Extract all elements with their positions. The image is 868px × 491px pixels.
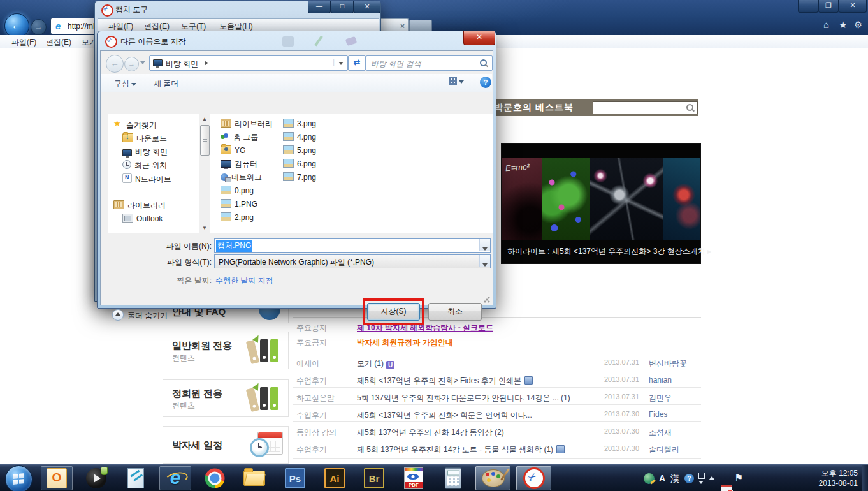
taskbar-gom-player[interactable] — [80, 466, 112, 490]
taskbar-outlook[interactable]: O — [41, 466, 73, 490]
taskbar-explorer[interactable] — [238, 466, 270, 490]
board-author[interactable]: 조성재 — [649, 427, 672, 438]
tree-item-recent[interactable]: 최근 위치 — [122, 160, 167, 171]
file-item[interactable]: 홈 그룹 — [221, 132, 258, 143]
tab-close-icon[interactable]: × — [400, 22, 405, 31]
scrollbar-thumb[interactable] — [200, 125, 210, 156]
board-author[interactable]: Fides — [649, 410, 667, 419]
webpage-search-box[interactable] — [593, 101, 698, 114]
board-author[interactable]: hanian — [649, 376, 672, 385]
snip-maximize-button[interactable]: □ — [331, 1, 354, 13]
ie-menu-file[interactable]: 파일(F) — [11, 37, 36, 48]
settings-gear-icon[interactable]: ⚙ — [854, 19, 862, 31]
new-folder-button[interactable]: 새 폴더 — [154, 78, 178, 89]
webpage-banner[interactable]: E=mc² 하이라이트 : 제5회 <137억년 우주의진화> 3강 현장스케치… — [501, 143, 701, 264]
show-desktop-button[interactable] — [862, 465, 868, 491]
help-button[interactable]: ? — [480, 77, 491, 88]
file-item[interactable]: 라이브러리 — [221, 119, 273, 129]
taskbar-photoshop[interactable]: Ps — [279, 466, 311, 490]
scroll-down-icon[interactable]: ▼ — [199, 223, 210, 233]
start-button[interactable] — [5, 465, 33, 491]
flag-icon[interactable]: ⚑ — [734, 472, 743, 484]
refresh-button[interactable]: ⇄ — [348, 55, 366, 71]
snip-close-button[interactable]: ✕ — [354, 1, 380, 13]
breadcrumb-location[interactable]: 바탕 화면 — [166, 59, 198, 70]
save-button[interactable]: 저장(S) — [367, 303, 420, 321]
board-title-link[interactable]: 제 5회 137억년 우주진화 14강 노트 - 동물 식물 생화학 (1) — [357, 444, 565, 455]
search-icon[interactable] — [480, 59, 487, 66]
file-item[interactable]: 네트워크 — [221, 172, 262, 183]
tray-clock[interactable]: 오후 12:05 2013-08-01 — [797, 468, 858, 488]
ie-restore-button[interactable]: ❐ — [818, 0, 839, 13]
ie-menu-edit[interactable]: 편집(E) — [46, 37, 71, 48]
file-item[interactable]: 6.png — [283, 159, 316, 168]
taskbar-paint[interactable] — [475, 466, 510, 490]
nav-history-chevron-icon[interactable] — [140, 61, 145, 64]
search-icon[interactable] — [686, 104, 693, 111]
board-author[interactable]: 솔다렐라 — [649, 444, 679, 455]
file-item[interactable]: 4.png — [283, 132, 316, 142]
combo-dropdown-icon[interactable] — [479, 255, 490, 267]
board-author[interactable]: 변산바람꽃 — [649, 358, 687, 369]
file-item[interactable]: 2.png — [221, 212, 254, 222]
file-item[interactable]: YG — [221, 145, 245, 155]
dialog-search-box[interactable]: 바탕 화면 검색 — [366, 55, 493, 71]
filetype-combo[interactable]: PNG(Portable Network Graphic) 파일 (*.PNG) — [214, 254, 491, 268]
tree-item-outlook[interactable]: Outlook — [122, 214, 163, 223]
taskbar-bridge[interactable]: Br — [358, 466, 390, 490]
tree-item-favorites[interactable]: 즐겨찾기 — [113, 120, 157, 131]
ie-close-button[interactable]: ✕ — [839, 0, 867, 13]
board-row[interactable]: 수업후기 제 5회 137억년 우주진화 14강 노트 - 동물 식물 생화학 … — [293, 444, 704, 458]
taskbar-chrome[interactable] — [199, 466, 231, 490]
show-hidden-icons[interactable] — [709, 476, 715, 480]
nav-forward-button[interactable]: → — [124, 57, 139, 71]
ime-toolbar-icon[interactable] — [698, 473, 705, 479]
nav-back-button[interactable]: ← — [106, 55, 124, 73]
file-item[interactable]: 7.png — [283, 172, 316, 182]
dialog-close-button[interactable]: ✕ — [463, 31, 495, 45]
snip-minimize-button[interactable]: — — [308, 1, 331, 13]
ime-hanja[interactable]: 漢 — [670, 473, 679, 485]
favorites-star-icon[interactable]: ★ — [839, 19, 847, 31]
date-taken-link[interactable]: 수행한 날짜 지정 — [215, 275, 273, 286]
ie-forward-button[interactable]: → — [31, 19, 47, 35]
ime-options-chevron-icon[interactable] — [698, 481, 704, 484]
file-item[interactable]: 5.png — [283, 145, 316, 155]
board-row[interactable]: 주요공지 박자세 회원규정과 가입안내 — [293, 337, 704, 351]
board-title-link[interactable]: 제5회 <137억년 우주의 진화> 학문은 언어학 이다... — [357, 410, 532, 421]
board-author[interactable]: 김민우 — [649, 393, 672, 404]
board-row[interactable]: 주요공지 제 10차 박자세 해외학습탐사 - 실크로드 — [293, 323, 704, 337]
taskbar-illustrator[interactable]: Ai — [319, 466, 351, 490]
filename-value[interactable]: 캡처.PNG — [216, 240, 252, 252]
sidebar-box-schedule[interactable]: 박자세 일정 — [163, 426, 289, 464]
tree-item-ndrive[interactable]: N드라이브 — [122, 173, 171, 185]
organize-button[interactable]: 구성 — [114, 78, 136, 89]
ime-mode-a[interactable]: A — [659, 473, 665, 483]
file-item[interactable]: 3.png — [283, 119, 316, 128]
breadcrumb-arrow-icon[interactable] — [205, 61, 208, 66]
ie-minimize-button[interactable]: — — [798, 0, 818, 13]
taskbar-internet-explorer[interactable]: e — [159, 466, 191, 490]
sidebar-box-regular-member[interactable]: 정회원 전용 컨텐츠 — [163, 379, 289, 417]
views-button[interactable] — [449, 77, 472, 89]
tree-scrollbar[interactable]: ▲ ▼ — [199, 114, 210, 233]
home-icon[interactable]: ⌂ — [823, 19, 829, 30]
tree-item-downloads[interactable]: 다운로드 — [122, 133, 167, 144]
action-center-icon[interactable] — [721, 485, 732, 491]
board-title-link[interactable]: 제5회 137억년 우주의 진화 14강 동영상 (2) — [357, 427, 504, 438]
taskbar-pdf-viewer[interactable]: PDF — [398, 466, 430, 490]
file-item[interactable]: 0.png — [221, 186, 254, 195]
filename-combo[interactable]: 캡처.PNG — [214, 238, 491, 253]
breadcrumb[interactable]: 바탕 화면 | — [149, 55, 348, 71]
hide-folders-icon[interactable] — [112, 309, 124, 321]
board-title-link[interactable]: 제5회 <137억년 우주의 진화> Fides 후기 인쇄본 — [357, 376, 533, 386]
save-as-dialog[interactable]: 다른 이름으로 저장 ✕ ← → 바탕 화면 | ⇄ 바탕 화면 검색 — [97, 31, 496, 309]
file-item[interactable]: 1.PNG — [221, 199, 257, 209]
breadcrumb-dropdown-icon[interactable] — [338, 62, 344, 65]
sidebar-box-general-member[interactable]: 일반회원 전용 컨텐츠 — [163, 332, 289, 369]
taskbar-snipping-tool[interactable] — [516, 466, 551, 490]
hide-folders-button[interactable]: 폴더 숨기기 — [127, 311, 168, 321]
cancel-button[interactable]: 취소 — [428, 303, 482, 321]
board-title-link[interactable]: 박자세 회원규정과 가입안내 — [357, 337, 453, 348]
tree-item-libraries[interactable]: 라이브러리 — [113, 200, 166, 211]
